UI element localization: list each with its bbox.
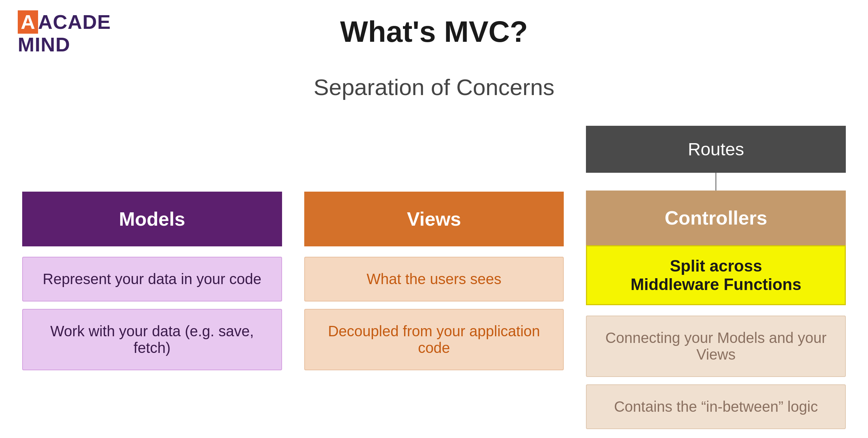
controllers-detail-2: Contains the “in-between” logic [586,384,846,429]
routes-connector [715,173,716,191]
views-details: What the users sees Decoupled from your … [304,257,564,370]
models-header: Models [22,192,282,246]
controllers-column: Routes Controllers Split across Middlewa… [586,126,846,429]
split-label: Split across Middleware Functions [631,257,801,293]
models-details: Represent your data in your code Work wi… [22,257,282,370]
routes-box: Routes [586,126,846,173]
subtitle: Separation of Concerns [0,74,868,100]
models-detail-1: Represent your data in your code [22,257,282,301]
models-column: Models Represent your data in your code … [22,126,282,429]
views-column: Views What the users sees Decoupled from… [304,126,564,429]
controllers-header: Controllers [586,191,846,245]
views-detail-1: What the users sees [304,257,564,301]
split-box: Split across Middleware Functions [586,245,846,305]
models-detail-2: Work with your data (e.g. save, fetch) [22,309,282,370]
controllers-details: Connecting your Models and your Views Co… [586,316,846,429]
controllers-detail-1: Connecting your Models and your Views [586,316,846,377]
views-header: Views [304,192,564,246]
main-title: What's MVC? [0,15,868,49]
mvc-diagram: Models Represent your data in your code … [22,126,846,429]
views-detail-2: Decoupled from your application code [304,309,564,370]
